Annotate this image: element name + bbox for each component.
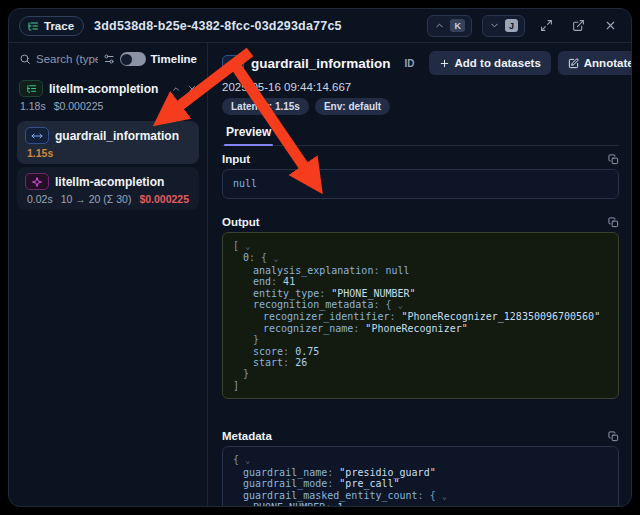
move-horizontal-icon	[31, 130, 43, 142]
root-metrics: 1.18s $0.000225	[15, 99, 201, 118]
output-section-title: Output	[222, 216, 608, 228]
annotate-split-button: Annotate	[558, 51, 632, 75]
next-trace-button[interactable]: J	[482, 15, 525, 37]
output-json-viewer[interactable]: [ ⌄0: { ⌄analysis_explanation: nullend: …	[222, 232, 619, 399]
expand-button[interactable]	[535, 15, 557, 37]
external-link-icon	[572, 19, 585, 32]
tree-node-litellm-acompletion[interactable]: litellm-acompletion 0.02s 10 → 20 (Σ 30)…	[17, 167, 199, 210]
add-to-datasets-button[interactable]: Add to datasets	[429, 51, 551, 75]
metadata-section-title: Metadata	[222, 430, 608, 442]
observation-timestamp: 2025-05-16 09:44:14.667	[222, 81, 619, 93]
close-icon	[604, 19, 617, 32]
span-cost: $0.000225	[139, 193, 189, 205]
input-value: null	[233, 178, 257, 189]
tree-node-label: guardrail_information	[55, 129, 191, 143]
expand-collapse-icon[interactable]	[187, 84, 197, 94]
root-cost: $0.000225	[54, 100, 104, 112]
copy-icon[interactable]	[608, 431, 619, 442]
timeline-toggle-label: Timeline	[151, 53, 197, 65]
span-node-icon	[25, 127, 49, 144]
collapse-all-icon[interactable]	[171, 84, 181, 94]
chevron-up-icon	[434, 20, 445, 31]
tree-node-label: litellm-acompletion	[49, 82, 165, 96]
trace-badge-label: Trace	[44, 20, 74, 32]
trace-detail-dialog: Trace 3dd538d8-b25e-4382-8fcc-03d293da77…	[8, 8, 632, 507]
copy-icon[interactable]	[608, 154, 619, 165]
trace-tree-sidebar: Timeline litellm-acompletion 1.18s $0.00…	[9, 43, 208, 506]
maximize-icon	[540, 19, 553, 32]
pen-square-icon	[568, 58, 579, 69]
span-tokens: 10 → 20 (Σ 30)	[61, 193, 132, 205]
close-button[interactable]	[599, 15, 621, 37]
observation-title: guardrail_information	[251, 56, 391, 71]
latency-badge: Latency: 1.15s	[222, 98, 309, 115]
search-input[interactable]	[36, 53, 98, 65]
list-tree-icon	[26, 83, 37, 94]
move-horizontal-icon	[227, 57, 239, 69]
detail-tabs: Preview	[222, 122, 619, 146]
dialog-header: Trace 3dd538d8-b25e-4382-8fcc-03d293da77…	[9, 9, 631, 43]
chevron-down-icon	[489, 20, 500, 31]
kbd-j: J	[505, 19, 518, 32]
metadata-json-viewer[interactable]: { ⌄guardrail_name: "presidio_guard"guard…	[222, 446, 619, 507]
filter-sliders-icon[interactable]	[103, 53, 115, 65]
tree-node-guardrail-information[interactable]: guardrail_information 1.15s	[17, 121, 199, 164]
root-latency: 1.18s	[20, 100, 46, 112]
trace-node-icon	[19, 80, 43, 97]
trace-id: 3dd538d8-b25e-4382-8fcc-03d293da77c5	[94, 19, 342, 33]
span-latency: 0.02s	[27, 193, 53, 205]
tree-node-root[interactable]: litellm-acompletion	[15, 74, 201, 99]
sparkle-icon	[31, 176, 43, 188]
open-external-button[interactable]	[567, 15, 589, 37]
list-tree-icon	[27, 20, 39, 32]
kbd-k: K	[450, 19, 465, 32]
annotate-button[interactable]: Annotate	[558, 51, 632, 75]
tree-node-label: litellm-acompletion	[55, 175, 191, 189]
input-value-box: null	[222, 169, 619, 199]
input-section-title: Input	[222, 153, 608, 165]
plus-icon	[439, 58, 450, 69]
id-label: ID	[405, 58, 415, 69]
previous-trace-button[interactable]: K	[427, 15, 472, 37]
trace-type-badge: Trace	[19, 16, 84, 36]
span-type-icon	[222, 55, 244, 72]
generation-node-icon	[25, 173, 49, 190]
timeline-toggle[interactable]	[120, 52, 146, 66]
observation-detail-panel: guardrail_information ID Add to datasets…	[208, 43, 631, 506]
env-badge: Env: default	[315, 98, 390, 115]
copy-icon[interactable]	[608, 217, 619, 228]
span-latency: 1.15s	[27, 147, 53, 159]
search-icon	[19, 53, 31, 65]
tab-preview[interactable]: Preview	[224, 122, 273, 145]
